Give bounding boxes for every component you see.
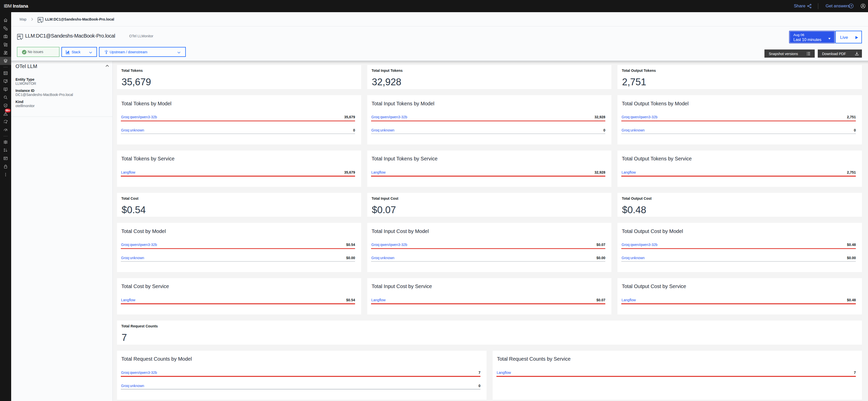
svg-text:AI: AI [38, 18, 41, 21]
svg-text:1: 1 [6, 148, 7, 151]
svg-text:AI: AI [18, 35, 21, 38]
svg-text:31: 31 [5, 73, 7, 74]
svg-text:?: ? [850, 5, 852, 8]
